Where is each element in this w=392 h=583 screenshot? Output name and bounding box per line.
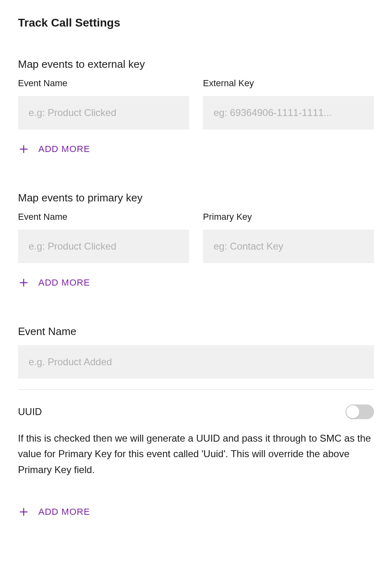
add-more-label: ADD MORE xyxy=(38,277,90,288)
primary-key-heading: Map events to primary key xyxy=(18,192,374,204)
uuid-description: If this is checked then we will generate… xyxy=(18,431,374,478)
external-key-section: Map events to external key Event Name Ex… xyxy=(18,58,374,156)
primary-key-section: Map events to primary key Event Name Pri… xyxy=(18,192,374,290)
add-more-label: ADD MORE xyxy=(38,507,90,517)
uuid-label: UUID xyxy=(18,406,42,418)
add-more-uuid-button[interactable]: ADD MORE xyxy=(18,506,90,518)
event-name-big-input[interactable] xyxy=(18,345,374,379)
add-more-label: ADD MORE xyxy=(38,144,90,154)
event-name-section: Event Name UUID If this is checked then … xyxy=(18,325,374,519)
external-key-heading: Map events to external key xyxy=(18,58,374,71)
event-name-input-2[interactable] xyxy=(18,230,189,263)
page-title: Track Call Settings xyxy=(18,16,374,29)
uuid-toggle-row: UUID xyxy=(18,404,374,419)
uuid-toggle[interactable] xyxy=(345,404,374,419)
event-name-field-col-2: Event Name xyxy=(18,212,189,263)
event-name-label: Event Name xyxy=(18,78,189,89)
event-name-input[interactable] xyxy=(18,96,189,130)
primary-key-input[interactable] xyxy=(203,230,374,263)
external-key-label: External Key xyxy=(203,78,374,89)
primary-key-label: Primary Key xyxy=(203,212,374,222)
external-key-input[interactable] xyxy=(203,96,374,130)
plus-icon xyxy=(18,277,29,288)
external-key-field-row: Event Name External Key xyxy=(18,78,374,130)
divider xyxy=(18,389,374,390)
external-key-field-col: External Key xyxy=(203,78,374,130)
event-name-field-col: Event Name xyxy=(18,78,189,130)
add-more-primary-key-button[interactable]: ADD MORE xyxy=(18,277,90,288)
plus-icon xyxy=(18,506,29,518)
primary-key-field-col: Primary Key xyxy=(203,212,374,263)
event-name-label-2: Event Name xyxy=(18,212,189,222)
primary-key-field-row: Event Name Primary Key xyxy=(18,212,374,263)
event-name-big-label: Event Name xyxy=(18,325,374,338)
toggle-knob xyxy=(346,405,359,418)
plus-icon xyxy=(18,143,29,155)
add-more-external-key-button[interactable]: ADD MORE xyxy=(18,143,90,155)
